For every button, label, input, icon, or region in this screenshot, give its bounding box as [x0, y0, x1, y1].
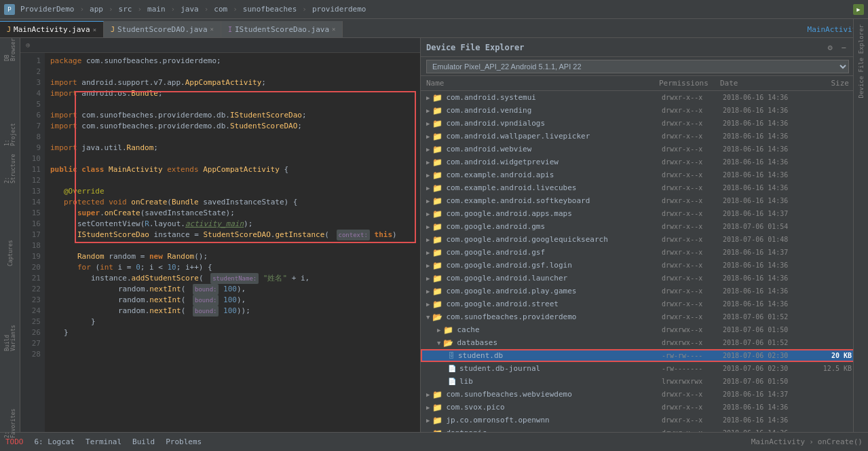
- tab-mainactivity[interactable]: J MainActivity.java ×: [0, 21, 104, 37]
- breadcrumb-app[interactable]: app: [87, 5, 106, 14]
- folder-icon: 📁: [432, 93, 442, 103]
- file-explorer-actions: ⚙ −: [825, 42, 849, 53]
- bottom-bar: TODO 6: Logcat Terminal Build Problems M…: [0, 432, 868, 451]
- fe-tree-row[interactable]: ▶📁 com.android.systemui drwxr-x--x 2018-…: [421, 91, 854, 104]
- code-header: ⊕: [20, 38, 420, 53]
- breadcrumb-main[interactable]: main: [145, 5, 168, 14]
- fe-tree-row[interactable]: ▶📁 com.google.android.launcher drwxr-x--…: [421, 272, 854, 285]
- tab-istudentscoredao[interactable]: I IStudentScoreDao.java ×: [221, 21, 343, 37]
- project-icon[interactable]: P: [4, 4, 15, 15]
- breadcrumb-providerdemo[interactable]: ProviderDemo: [18, 5, 77, 14]
- fe-tree-row[interactable]: ▶📁 com.android.vpndialogs drwxr-x--x 201…: [421, 117, 854, 130]
- fe-tree-row[interactable]: ▶📁 com.google.android.play.games drwxr-x…: [421, 285, 854, 297]
- fe-row-name: ▶📁 com.example.android.softkeyboard: [423, 196, 662, 206]
- sidebar-build-variants[interactable]: Build Variants: [1, 329, 19, 347]
- fe-tree-row[interactable]: 📄 lib lrwxrwxrwx 2018-07-06 01:50: [421, 375, 854, 388]
- fe-device-select[interactable]: Emulator Pixel_API_22 Android 5.1.1, API…: [426, 60, 849, 73]
- fe-tree-row[interactable]: ▶📁 com.sunofbeaches.webviewdemo drwxr-x-…: [421, 388, 854, 401]
- fe-row-name: ▶📁 com.google.android.gsf.login: [423, 261, 662, 270]
- fe-tree-row[interactable]: ▶📁 dontpanic drwxr-x--x 2018-06-16 14:36: [421, 427, 854, 432]
- fe-row-date: 2018-06-16 14:36: [723, 94, 818, 101]
- fe-item-label: student.db: [458, 351, 503, 360]
- fe-tree-row[interactable]: ▶📁 com.google.android.gsf.login drwxr-x-…: [421, 259, 854, 272]
- fe-row-perm: drwxr-x--x: [662, 300, 723, 308]
- tab-close-idao[interactable]: ×: [332, 26, 335, 33]
- fe-tree-row[interactable]: ▶📁 com.google.android.apps.maps drwxr-x-…: [421, 207, 854, 220]
- fe-settings-icon[interactable]: ⚙: [825, 42, 835, 53]
- fe-tree-row[interactable]: ▶📁 com.android.webview drwxr-x--x 2018-0…: [421, 143, 854, 156]
- bottom-build[interactable]: Build: [132, 437, 155, 446]
- fe-item-label: com.sunofbeaches.webviewdemo: [446, 390, 571, 399]
- fe-tree-row[interactable]: ▶📁 com.example.android.softkeyboard drwx…: [421, 194, 854, 207]
- sidebar-project[interactable]: 1: Project: [1, 126, 19, 143]
- breadcrumb-providerdemo2[interactable]: providerdemo: [309, 5, 369, 14]
- breadcrumb-src[interactable]: src: [116, 5, 135, 14]
- fe-item-label: com.android.vpndialogs: [446, 119, 545, 128]
- right-sidebar: Device File Explorer: [853, 19, 868, 432]
- fe-tree-row[interactable]: ▶📁 com.google.android.street drwxr-x--x …: [421, 297, 854, 310]
- fe-row-perm: lrwxrwxrwx: [662, 378, 723, 385]
- breadcrumb-bottom-main[interactable]: MainActivity: [751, 437, 805, 446]
- fe-tree-row[interactable]: ▶📁 com.android.widgetpreview drwxr-x--x …: [421, 156, 854, 168]
- code-editor: ⊕ 12345 678910 1112131415 1617181920 212…: [20, 38, 420, 432]
- fe-item-label: com.google.android.apps.maps: [446, 209, 571, 218]
- code-line-17: IStudentScoreDao instance = StudentScore…: [50, 230, 415, 240]
- fe-tree-row[interactable]: ▶📁 com.example.android.livecubes drwxr-x…: [421, 181, 854, 194]
- bottom-logcat[interactable]: 6: Logcat: [35, 437, 75, 446]
- fe-tree-row[interactable]: ▶📁 com.google.android.gms drwxr-x--x 201…: [421, 220, 854, 233]
- fe-tree-row[interactable]: ▶📁 com.svox.pico drwxr-x--x 2018-06-16 1…: [421, 401, 854, 414]
- bottom-problems[interactable]: Problems: [166, 437, 202, 446]
- fe-row-date: 2018-06-16 14:36: [723, 184, 818, 192]
- fe-item-label: cache: [457, 325, 479, 334]
- fe-row-date: 2018-06-16 14:36: [723, 403, 818, 411]
- fe-tree-row[interactable]: ▶📁 com.android.wallpaper.livepicker drwx…: [421, 130, 854, 143]
- tab-close-dao[interactable]: ×: [210, 26, 214, 33]
- fe-tree-row[interactable]: ▶📁 com.example.android.apis drwxr-x--x 2…: [421, 168, 854, 181]
- folder-open-arrow-icon: ▼: [426, 314, 430, 321]
- fe-tree-row[interactable]: ▶📁 cache drwxrwx--x 2018-07-06 01:50: [421, 323, 854, 336]
- folder-icon: 📁: [432, 390, 442, 399]
- sidebar-db-browser[interactable]: DBBrowser: [1, 41, 19, 58]
- fe-collapse-icon[interactable]: −: [838, 42, 849, 53]
- breadcrumb-sunofbeaches[interactable]: sunofbeaches: [240, 5, 299, 14]
- code-lines[interactable]: package com.sunofbeaches.providerdemo; i…: [45, 53, 420, 432]
- breadcrumb-com[interactable]: com: [211, 5, 230, 14]
- fe-row-name: ▶📁 com.android.vpndialogs: [423, 119, 662, 128]
- code-line-8: [50, 132, 415, 143]
- folder-arrow-icon: ▶: [426, 275, 430, 282]
- folder-icon: 📁: [432, 274, 442, 283]
- code-line-27: [50, 338, 415, 349]
- breadcrumb-java[interactable]: java: [178, 5, 202, 14]
- bottom-todo[interactable]: TODO: [5, 437, 24, 446]
- fe-tree-row[interactable]: 🗄 student.db -rw-rw---- 2018-07-06 02:30…: [421, 349, 854, 362]
- tab-studentscoreDAO[interactable]: J StudentScoreDAO.java ×: [104, 21, 221, 37]
- fe-tree-row[interactable]: ▼📂 databases drwxrwx--x 2018-07-06 01:52: [421, 336, 854, 349]
- tab-close-main[interactable]: ×: [93, 26, 96, 33]
- folder-open-icon: 📂: [443, 338, 453, 348]
- file-icon: 📄: [448, 365, 456, 372]
- fe-tree[interactable]: ▶📁 com.android.systemui drwxr-x--x 2018-…: [421, 91, 854, 432]
- fe-tree-row[interactable]: ▶📁 com.google.android.gsf drwxr-x--x 201…: [421, 246, 854, 259]
- code-content[interactable]: 12345 678910 1112131415 1617181920 21222…: [20, 53, 420, 432]
- folder-arrow-icon: ▶: [426, 430, 430, 433]
- folder-arrow-icon: ▶: [437, 327, 440, 333]
- fe-tree-row[interactable]: ▼📂 com.sunofbeaches.providerdemo drwxr-x…: [421, 310, 854, 323]
- fe-item-label: com.google.android.play.games: [446, 287, 576, 295]
- folder-icon: 📁: [432, 158, 442, 167]
- fe-tree-row[interactable]: 📄 student.db-journal -rw------- 2018-07-…: [421, 362, 854, 375]
- sidebar-captures[interactable]: Captures: [1, 245, 19, 262]
- sidebar-favorites[interactable]: 2: Favorites: [1, 414, 19, 432]
- breadcrumb-bottom-oncreate[interactable]: onCreate(): [818, 437, 863, 446]
- fe-row-date: 2018-06-16 14:36: [723, 145, 818, 153]
- fe-col-date-header: Date: [720, 79, 815, 88]
- fe-tree-row[interactable]: ▶📁 com.android.vending drwxr-x--x 2018-0…: [421, 104, 854, 117]
- fe-row-name: 📄 lib: [423, 377, 662, 386]
- fe-item-label: com.android.systemui: [446, 93, 535, 102]
- fe-tree-row[interactable]: ▶📁 com.google.android.googlequicksearch …: [421, 233, 854, 246]
- bottom-terminal[interactable]: Terminal: [86, 437, 121, 446]
- device-file-explorer-tab[interactable]: Device File Explorer: [858, 24, 865, 98]
- tab-icon-dao: J: [111, 26, 115, 33]
- run-icon[interactable]: ▶: [853, 4, 864, 15]
- fe-tree-row[interactable]: ▶📁 jp.co.omronsoft.openwnn drwxr-x--x 20…: [421, 414, 854, 427]
- sidebar-structure[interactable]: 2: Structure: [1, 160, 19, 177]
